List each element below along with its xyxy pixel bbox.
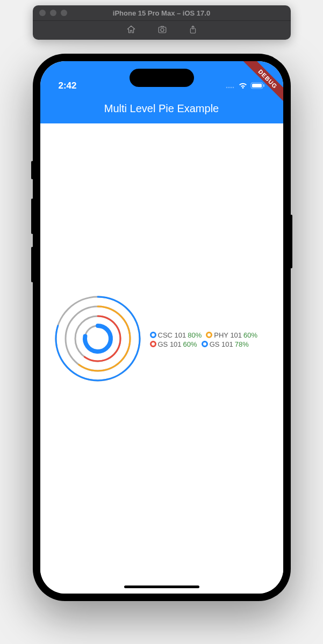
ring-arc [84,316,120,361]
volume-down-button[interactable] [31,247,33,282]
legend-percent: 78% [235,340,249,348]
simulator-toolbar [33,20,291,40]
simulator-titlebar: iPhone 15 Pro Max – iOS 17.0 [33,5,291,20]
svg-point-6 [232,87,234,89]
svg-rect-8 [252,84,262,87]
svg-rect-0 [159,27,166,33]
multi-level-pie-chart [52,293,143,386]
home-icon[interactable] [126,25,136,36]
status-indicators [226,82,265,91]
legend-item: PHY 10160% [206,331,257,339]
simulator-title: iPhone 15 Pro Max – iOS 17.0 [113,9,210,17]
legend-label: PHY 101 [214,331,242,339]
screenshot-icon[interactable] [157,25,167,36]
legend-percent: 60% [183,340,197,348]
status-time: 2:42 [59,80,77,91]
minimize-icon[interactable] [50,10,56,16]
page-title: Multi Level Pie Example [104,103,219,115]
legend-item: GS 10178% [202,340,249,348]
legend-percent: 60% [243,331,257,339]
window-controls[interactable] [39,10,67,16]
legend-label: GS 101 [158,340,182,348]
dynamic-island [130,69,194,87]
power-button[interactable] [290,215,292,268]
cellular-icon [226,82,235,91]
close-icon[interactable] [39,10,46,16]
svg-point-1 [161,28,164,31]
chart-legend: CSC 10180%PHY 10160%GS 10160%GS 10178% [150,331,279,348]
svg-point-3 [226,87,227,89]
legend-ring-icon [202,341,208,347]
maximize-icon[interactable] [61,10,67,16]
device-frame: DEBUG 2:42 Multi Level Pie Example [33,54,291,601]
simulator-window: iPhone 15 Pro Max – iOS 17.0 [33,5,291,40]
device-screen: DEBUG 2:42 Multi Level Pie Example [40,61,283,594]
legend-item: GS 10160% [150,340,197,348]
legend-ring-icon [150,341,156,347]
battery-icon [250,82,265,91]
chart-row: CSC 10180%PHY 10160%GS 10160%GS 10178% [52,293,279,386]
legend-ring-icon [206,332,212,338]
legend-percent: 80% [188,331,202,339]
svg-point-4 [228,87,229,89]
share-icon[interactable] [189,25,197,36]
app-bar: Multi Level Pie Example [40,93,283,123]
silence-switch[interactable] [31,161,33,179]
svg-rect-9 [263,84,264,87]
volume-up-button[interactable] [31,199,33,234]
app-body: CSC 10180%PHY 10160%GS 10160%GS 10178% [40,123,283,594]
svg-point-5 [230,87,232,89]
home-indicator[interactable] [124,586,199,588]
legend-ring-icon [150,332,156,338]
legend-label: CSC 101 [158,331,186,339]
wifi-icon [238,82,248,91]
legend-item: CSC 10180% [150,331,202,339]
legend-label: GS 101 [210,340,233,348]
